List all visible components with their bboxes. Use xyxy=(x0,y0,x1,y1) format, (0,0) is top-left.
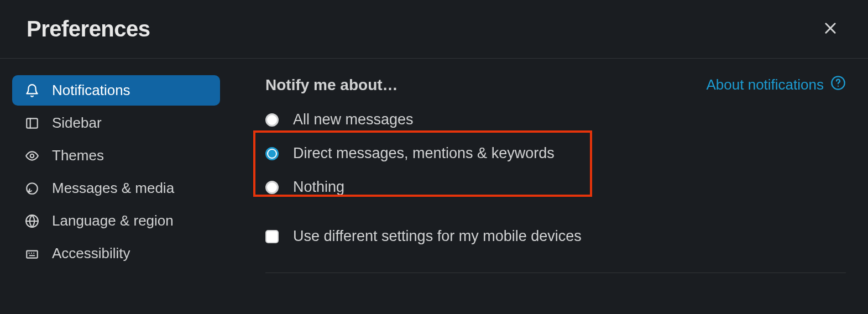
keyboard-icon xyxy=(24,246,40,261)
sidebar-item-label: Notifications xyxy=(52,82,130,99)
bell-icon xyxy=(24,83,40,98)
radio-direct-mentions[interactable]: Direct messages, mentions & keywords xyxy=(265,145,846,162)
preferences-body: Notifications Sidebar Themes xyxy=(0,59,868,273)
sidebar-item-label: Messages & media xyxy=(52,180,174,197)
eye-icon xyxy=(24,148,40,164)
notify-options: All new messages Direct messages, mentio… xyxy=(265,111,846,196)
radio-label: Direct messages, mentions & keywords xyxy=(293,145,555,162)
sidebar-item-label: Accessibility xyxy=(52,245,130,262)
close-button[interactable] xyxy=(819,18,841,40)
radio-all-messages[interactable]: All new messages xyxy=(265,111,846,128)
preferences-header: Preferences xyxy=(0,0,868,59)
chat-icon xyxy=(24,181,40,196)
sidebar-item-language-region[interactable]: Language & region xyxy=(12,206,220,236)
radio-icon xyxy=(265,113,279,127)
radio-nothing[interactable]: Nothing xyxy=(265,179,846,196)
svg-rect-2 xyxy=(27,118,38,128)
svg-rect-8 xyxy=(27,250,38,258)
radio-icon xyxy=(265,181,279,194)
sidebar-item-label: Themes xyxy=(52,147,104,164)
radio-label: Nothing xyxy=(293,179,344,196)
checkbox-mobile-settings[interactable]: Use different settings for my mobile dev… xyxy=(265,228,846,245)
sidebar-item-messages-media[interactable]: Messages & media xyxy=(12,173,220,203)
sidebar-item-label: Language & region xyxy=(52,212,174,229)
about-notifications-link[interactable]: About notifications xyxy=(707,75,846,95)
page-title: Preferences xyxy=(27,17,150,41)
preferences-main: Notify me about… About notifications All… xyxy=(232,75,868,273)
panel-left-icon xyxy=(24,116,40,131)
globe-icon xyxy=(24,213,40,229)
question-circle-icon xyxy=(830,75,846,95)
sidebar-item-notifications[interactable]: Notifications xyxy=(12,75,220,106)
notify-section-title: Notify me about… xyxy=(265,76,398,94)
sidebar-item-label: Sidebar xyxy=(52,114,102,132)
radio-label: All new messages xyxy=(293,111,414,128)
sidebar-item-accessibility[interactable]: Accessibility xyxy=(12,238,220,269)
checkbox-label: Use different settings for my mobile dev… xyxy=(293,228,582,245)
radio-icon xyxy=(265,147,279,160)
about-link-label: About notifications xyxy=(707,76,824,93)
notify-section-header: Notify me about… About notifications xyxy=(265,75,846,95)
close-icon xyxy=(823,20,838,38)
checkbox-icon xyxy=(265,230,279,243)
sidebar-item-themes[interactable]: Themes xyxy=(12,140,220,171)
svg-point-4 xyxy=(30,154,34,158)
sidebar-item-sidebar[interactable]: Sidebar xyxy=(12,108,220,138)
preferences-sidebar: Notifications Sidebar Themes xyxy=(0,75,232,273)
section-divider xyxy=(265,273,846,273)
